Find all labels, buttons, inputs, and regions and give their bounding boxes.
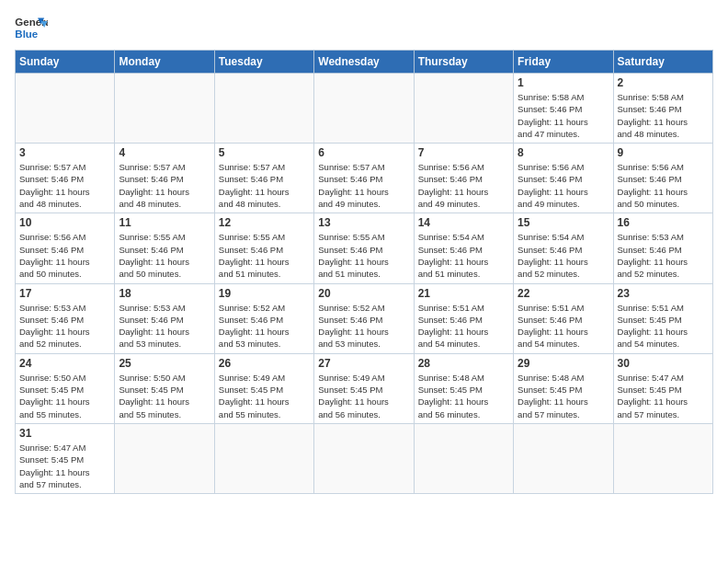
- calendar-cell: 20Sunrise: 5:52 AM Sunset: 5:46 PM Dayli…: [314, 283, 414, 353]
- calendar-cell: 7Sunrise: 5:56 AM Sunset: 5:46 PM Daylig…: [414, 144, 513, 213]
- calendar-cell: 5Sunrise: 5:57 AM Sunset: 5:46 PM Daylig…: [214, 144, 313, 213]
- day-number: 9: [618, 146, 709, 159]
- day-info: Sunrise: 5:54 AM Sunset: 5:46 PM Dayligh…: [418, 231, 509, 280]
- week-row-5: 24Sunrise: 5:50 AM Sunset: 5:45 PM Dayli…: [16, 353, 713, 423]
- day-info: Sunrise: 5:53 AM Sunset: 5:46 PM Dayligh…: [119, 302, 210, 350]
- day-number: 14: [418, 216, 509, 229]
- calendar-cell: 15Sunrise: 5:54 AM Sunset: 5:46 PM Dayli…: [514, 213, 613, 283]
- calendar-cell: 9Sunrise: 5:56 AM Sunset: 5:46 PM Daylig…: [613, 144, 712, 213]
- calendar-cell: 8Sunrise: 5:56 AM Sunset: 5:46 PM Daylig…: [514, 144, 613, 213]
- day-number: 19: [219, 287, 310, 300]
- day-info: Sunrise: 5:49 AM Sunset: 5:45 PM Dayligh…: [318, 372, 409, 420]
- weekday-header-friday: Friday: [514, 51, 613, 74]
- day-info: Sunrise: 5:56 AM Sunset: 5:46 PM Dayligh…: [618, 161, 709, 210]
- day-number: 22: [518, 287, 609, 300]
- calendar-cell: [414, 74, 513, 144]
- day-info: Sunrise: 5:58 AM Sunset: 5:46 PM Dayligh…: [618, 91, 709, 140]
- calendar-cell: [214, 423, 313, 493]
- day-info: Sunrise: 5:48 AM Sunset: 5:45 PM Dayligh…: [418, 372, 509, 420]
- calendar-cell: 26Sunrise: 5:49 AM Sunset: 5:45 PM Dayli…: [214, 353, 313, 423]
- calendar-cell: 31Sunrise: 5:47 AM Sunset: 5:45 PM Dayli…: [16, 423, 115, 493]
- calendar-cell: 10Sunrise: 5:56 AM Sunset: 5:46 PM Dayli…: [16, 213, 115, 283]
- day-info: Sunrise: 5:53 AM Sunset: 5:46 PM Dayligh…: [618, 231, 709, 280]
- calendar-cell: 22Sunrise: 5:51 AM Sunset: 5:46 PM Dayli…: [514, 283, 613, 353]
- calendar-cell: 30Sunrise: 5:47 AM Sunset: 5:45 PM Dayli…: [613, 353, 712, 423]
- day-info: Sunrise: 5:55 AM Sunset: 5:46 PM Dayligh…: [119, 231, 210, 280]
- svg-text:Blue: Blue: [15, 29, 38, 40]
- calendar-cell: [314, 423, 414, 493]
- calendar-table: SundayMondayTuesdayWednesdayThursdayFrid…: [15, 50, 713, 494]
- calendar-body: 1Sunrise: 5:58 AM Sunset: 5:46 PM Daylig…: [16, 74, 713, 494]
- day-info: Sunrise: 5:58 AM Sunset: 5:46 PM Dayligh…: [518, 91, 609, 140]
- calendar-cell: 27Sunrise: 5:49 AM Sunset: 5:45 PM Dayli…: [314, 353, 414, 423]
- day-number: 23: [618, 287, 709, 300]
- calendar-cell: 28Sunrise: 5:48 AM Sunset: 5:45 PM Dayli…: [414, 353, 513, 423]
- day-info: Sunrise: 5:49 AM Sunset: 5:45 PM Dayligh…: [219, 372, 310, 420]
- weekday-header-row: SundayMondayTuesdayWednesdayThursdayFrid…: [16, 51, 713, 74]
- calendar-cell: 2Sunrise: 5:58 AM Sunset: 5:46 PM Daylig…: [613, 74, 712, 144]
- calendar-cell: [314, 74, 414, 144]
- calendar-cell: 25Sunrise: 5:50 AM Sunset: 5:45 PM Dayli…: [115, 353, 214, 423]
- weekday-header-tuesday: Tuesday: [214, 51, 313, 74]
- day-number: 31: [19, 427, 110, 440]
- day-number: 12: [219, 216, 310, 229]
- day-info: Sunrise: 5:55 AM Sunset: 5:46 PM Dayligh…: [219, 231, 310, 280]
- calendar-cell: [214, 74, 313, 144]
- weekday-header-thursday: Thursday: [414, 51, 513, 74]
- calendar-cell: 14Sunrise: 5:54 AM Sunset: 5:46 PM Dayli…: [414, 213, 513, 283]
- day-info: Sunrise: 5:50 AM Sunset: 5:45 PM Dayligh…: [119, 372, 210, 420]
- day-number: 27: [318, 357, 409, 370]
- calendar-cell: 16Sunrise: 5:53 AM Sunset: 5:46 PM Dayli…: [613, 213, 712, 283]
- week-row-6: 31Sunrise: 5:47 AM Sunset: 5:45 PM Dayli…: [16, 423, 713, 493]
- day-number: 8: [518, 146, 609, 159]
- day-number: 2: [618, 76, 709, 89]
- weekday-header-wednesday: Wednesday: [314, 51, 414, 74]
- day-number: 18: [119, 287, 210, 300]
- calendar-cell: 6Sunrise: 5:57 AM Sunset: 5:46 PM Daylig…: [314, 144, 414, 213]
- day-info: Sunrise: 5:51 AM Sunset: 5:46 PM Dayligh…: [518, 302, 609, 350]
- day-info: Sunrise: 5:56 AM Sunset: 5:46 PM Dayligh…: [518, 161, 609, 210]
- day-number: 1: [518, 76, 609, 89]
- day-number: 28: [418, 357, 509, 370]
- day-info: Sunrise: 5:50 AM Sunset: 5:45 PM Dayligh…: [19, 372, 110, 420]
- calendar-cell: 11Sunrise: 5:55 AM Sunset: 5:46 PM Dayli…: [115, 213, 214, 283]
- day-number: 30: [618, 357, 709, 370]
- calendar-cell: [514, 423, 613, 493]
- day-number: 6: [318, 146, 409, 159]
- generalblue-icon: General Blue: [15, 15, 48, 42]
- weekday-header-saturday: Saturday: [613, 51, 712, 74]
- calendar-cell: 24Sunrise: 5:50 AM Sunset: 5:45 PM Dayli…: [16, 353, 115, 423]
- calendar-cell: 17Sunrise: 5:53 AM Sunset: 5:46 PM Dayli…: [16, 283, 115, 353]
- day-number: 17: [19, 287, 110, 300]
- weekday-header-sunday: Sunday: [16, 51, 115, 74]
- day-info: Sunrise: 5:54 AM Sunset: 5:46 PM Dayligh…: [518, 231, 609, 280]
- weekday-header-monday: Monday: [115, 51, 214, 74]
- week-row-3: 10Sunrise: 5:56 AM Sunset: 5:46 PM Dayli…: [16, 213, 713, 283]
- day-number: 11: [119, 216, 210, 229]
- calendar-cell: [115, 423, 214, 493]
- calendar-cell: 19Sunrise: 5:52 AM Sunset: 5:46 PM Dayli…: [214, 283, 313, 353]
- day-number: 16: [618, 216, 709, 229]
- day-info: Sunrise: 5:57 AM Sunset: 5:46 PM Dayligh…: [119, 161, 210, 210]
- day-number: 24: [19, 357, 110, 370]
- day-number: 15: [518, 216, 609, 229]
- calendar-cell: [613, 423, 712, 493]
- calendar-cell: [414, 423, 513, 493]
- day-number: 10: [19, 216, 110, 229]
- day-number: 21: [418, 287, 509, 300]
- day-number: 29: [518, 357, 609, 370]
- calendar-cell: 23Sunrise: 5:51 AM Sunset: 5:45 PM Dayli…: [613, 283, 712, 353]
- calendar-cell: [16, 74, 115, 144]
- day-number: 25: [119, 357, 210, 370]
- day-info: Sunrise: 5:56 AM Sunset: 5:46 PM Dayligh…: [19, 231, 110, 280]
- calendar-cell: 1Sunrise: 5:58 AM Sunset: 5:46 PM Daylig…: [514, 74, 613, 144]
- logo: General Blue: [15, 15, 48, 42]
- calendar-cell: 4Sunrise: 5:57 AM Sunset: 5:46 PM Daylig…: [115, 144, 214, 213]
- week-row-1: 1Sunrise: 5:58 AM Sunset: 5:46 PM Daylig…: [16, 74, 713, 144]
- calendar-cell: 18Sunrise: 5:53 AM Sunset: 5:46 PM Dayli…: [115, 283, 214, 353]
- calendar-cell: 3Sunrise: 5:57 AM Sunset: 5:46 PM Daylig…: [16, 144, 115, 213]
- day-info: Sunrise: 5:48 AM Sunset: 5:45 PM Dayligh…: [518, 372, 609, 420]
- day-info: Sunrise: 5:52 AM Sunset: 5:46 PM Dayligh…: [318, 302, 409, 350]
- day-info: Sunrise: 5:51 AM Sunset: 5:45 PM Dayligh…: [618, 302, 709, 350]
- day-info: Sunrise: 5:57 AM Sunset: 5:46 PM Dayligh…: [219, 161, 310, 210]
